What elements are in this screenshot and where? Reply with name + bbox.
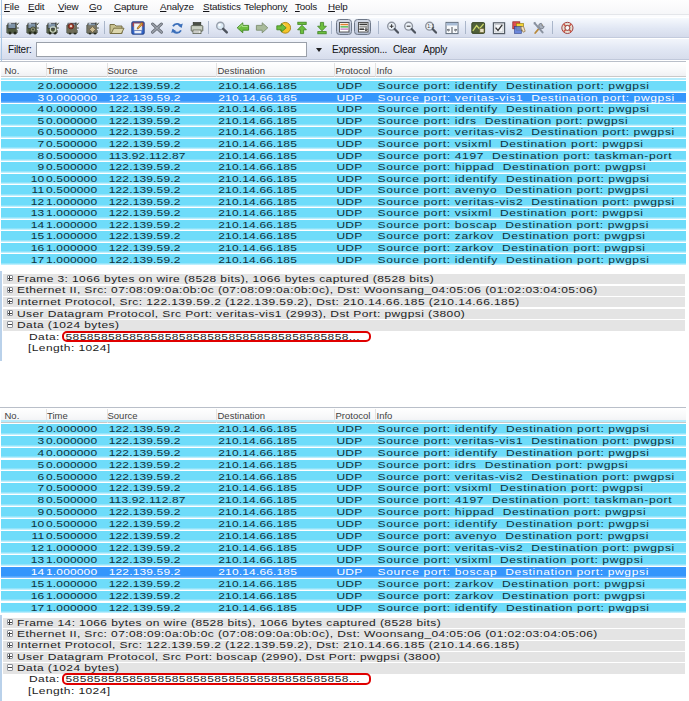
- svg-text:1:1: 1:1: [427, 23, 434, 29]
